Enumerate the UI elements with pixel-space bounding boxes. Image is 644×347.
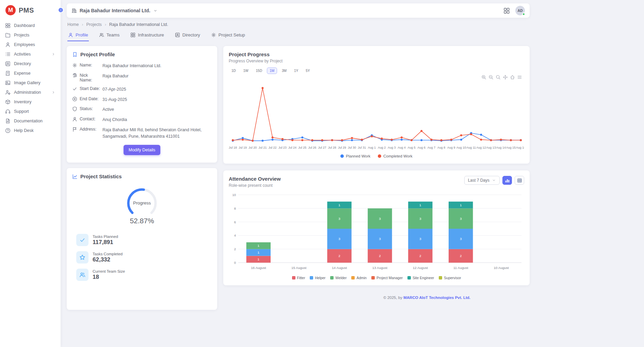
sidebar-item-expense[interactable]: Expense: [0, 69, 61, 78]
svg-text:3: 3: [338, 217, 340, 221]
attendance-bar-chart[interactable]: 024681011116 August15 August233114 Augus…: [229, 191, 524, 273]
sidebar-item-documentation[interactable]: Documentation: [0, 116, 61, 126]
sidebar-item-inventory[interactable]: Inventory: [0, 97, 61, 107]
tab-teams[interactable]: Teams: [98, 30, 120, 41]
tab-directory[interactable]: Directory: [174, 30, 201, 41]
footer-company-link[interactable]: MARCO AIoT Technologies Pvt. Ltd.: [403, 296, 470, 300]
svg-text:Progress: Progress: [133, 200, 151, 206]
progress-legend: Planned WorkCompleted Work: [229, 154, 524, 158]
legend-item-supervisor[interactable]: Supervisor: [439, 276, 461, 280]
table-view-toggle[interactable]: [515, 176, 524, 185]
sidebar-item-directory[interactable]: Directory: [0, 59, 61, 69]
profile-field-contact: Contact:Anuj Chordia: [72, 117, 212, 123]
chevron-right-icon: [51, 90, 55, 94]
range-button-1d[interactable]: 1D: [229, 67, 239, 74]
company-selector[interactable]: Raja Bahadur International Ltd.: [71, 8, 158, 13]
legend-item-welder[interactable]: Welder: [330, 276, 347, 280]
range-button-1w[interactable]: 1W: [241, 67, 251, 74]
apps-grid-button[interactable]: [503, 7, 510, 14]
sidebar-item-support[interactable]: Support: [0, 107, 61, 116]
tab-profile[interactable]: Profile: [67, 30, 89, 41]
app-name: PMS: [19, 6, 34, 14]
user-avatar[interactable]: AD: [515, 6, 525, 15]
legend-item-project-manager[interactable]: Project Manager: [371, 276, 403, 280]
breadcrumb-link[interactable]: Projects: [86, 22, 102, 27]
tab-label: Infrastructure: [138, 32, 164, 37]
svg-text:6: 6: [234, 220, 236, 224]
tab-project-setup[interactable]: Project Setup: [210, 30, 246, 41]
sidebar-item-activities[interactable]: Activities: [0, 49, 61, 59]
topbar: Raja Bahadur International Ltd. AD: [67, 3, 530, 18]
chevron-left-icon: [59, 8, 63, 12]
legend-label: Planned Work: [346, 154, 370, 158]
chevron-right-icon: [51, 52, 55, 56]
sidebar-item-image-gallery[interactable]: Image Gallery: [0, 78, 61, 88]
svg-text:2: 2: [338, 254, 340, 258]
check-icon: [72, 86, 77, 91]
tab-infrastructure[interactable]: Infrastructure: [130, 30, 165, 41]
check-icon: [79, 237, 85, 243]
legend-label: Supervisor: [444, 276, 461, 280]
field-value: Anuj Chordia: [102, 117, 212, 123]
svg-text:3: 3: [419, 217, 421, 221]
range-button-15d[interactable]: 15D: [253, 67, 265, 74]
sidebar-collapse-button[interactable]: [58, 7, 64, 13]
range-button-3m[interactable]: 3M: [279, 67, 289, 74]
progress-gauge: Progress 52.87%: [72, 185, 212, 225]
dashboard-icon: [5, 23, 11, 28]
svg-text:3: 3: [338, 237, 340, 241]
sidebar-item-label: Directory: [14, 61, 31, 66]
legend-item-site-engineer[interactable]: Site Engineer: [407, 276, 434, 280]
sidebar-item-label: Support: [14, 109, 29, 114]
date-range-select[interactable]: Last 7 Days: [464, 176, 500, 185]
svg-text:3: 3: [460, 237, 462, 241]
profile-card-title: Project Profile: [80, 51, 115, 57]
svg-text:3: 3: [460, 217, 462, 221]
svg-text:2: 2: [234, 247, 236, 251]
svg-text:3: 3: [419, 237, 421, 241]
legend-item-helper[interactable]: Helper: [310, 276, 325, 280]
document-icon: [5, 118, 11, 124]
svg-text:Jul 21: Jul 21: [259, 146, 267, 149]
svg-text:11 August: 11 August: [453, 266, 468, 270]
svg-text:1: 1: [460, 203, 462, 207]
app-logo[interactable]: M PMS: [0, 0, 61, 21]
legend-item-planned-work[interactable]: Planned Work: [340, 154, 370, 158]
svg-text:1: 1: [258, 244, 260, 247]
sidebar-item-dashboard[interactable]: Dashboard: [0, 21, 61, 30]
date-range-value: Last 7 Days: [468, 178, 489, 183]
attendance-legend: FitterHelperWelderAdminProject ManagerSi…: [229, 276, 524, 280]
sidebar-item-projects[interactable]: Projects: [0, 30, 61, 40]
project-progress-card: Project Progress Progress Overview by Pr…: [223, 46, 530, 164]
modify-details-button[interactable]: Modify Details: [124, 145, 161, 155]
profile-field-start-date: Start Date:07-Apr-2025: [72, 86, 212, 93]
svg-text:3: 3: [379, 237, 381, 241]
stat-tile: [76, 234, 88, 246]
stat-value: 62,332: [93, 256, 123, 263]
breadcrumb-link[interactable]: Home: [67, 22, 79, 27]
range-button-5y[interactable]: 5Y: [303, 67, 312, 74]
sidebar-item-help-desk[interactable]: Help Desk: [0, 126, 61, 135]
sidebar-item-employees[interactable]: Employees: [0, 40, 61, 49]
svg-text:Jul 26: Jul 26: [308, 146, 316, 149]
attendance-panel-title: Attendance Overview: [229, 176, 281, 182]
legend-item-fitter[interactable]: Fitter: [292, 276, 305, 280]
range-button-1m[interactable]: 1M: [267, 67, 277, 74]
stat-tile: [76, 251, 88, 263]
sidebar-item-label: Expense: [14, 71, 31, 76]
sidebar-item-administration[interactable]: Administration: [0, 88, 61, 97]
users-icon: [79, 272, 85, 278]
svg-text:1: 1: [258, 257, 260, 261]
tab-label: Teams: [107, 32, 119, 37]
range-button-1y[interactable]: 1Y: [291, 67, 301, 74]
progress-line-chart[interactable]: Jul 18Jul 19Jul 20Jul 21Jul 22Jul 23Jul …: [229, 78, 524, 152]
svg-text:8: 8: [234, 207, 236, 210]
svg-text:Jul 28: Jul 28: [328, 146, 336, 149]
online-status-dot: [522, 13, 525, 16]
progress-panel-subtitle: Progress Overview by Project: [229, 59, 524, 63]
legend-item-admin[interactable]: Admin: [351, 276, 367, 280]
bar-view-toggle[interactable]: [502, 176, 512, 185]
breadcrumb-separator: ›: [82, 22, 83, 27]
tab-label: Profile: [76, 32, 88, 37]
legend-item-completed-work[interactable]: Completed Work: [378, 154, 412, 158]
